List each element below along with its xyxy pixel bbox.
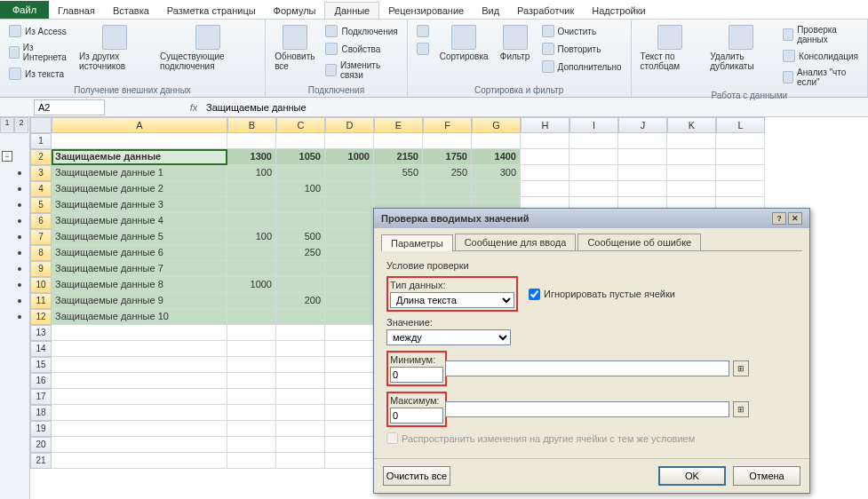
name-box[interactable] — [34, 99, 105, 115]
from-access-button[interactable]: Из Access — [5, 23, 72, 39]
cell[interactable]: Защищаемые данные 1 — [52, 165, 227, 181]
cell[interactable]: Защищаемые данные 9 — [52, 293, 227, 309]
cell[interactable]: 250 — [276, 245, 325, 261]
tab-formulas[interactable]: Формулы — [265, 3, 325, 19]
cell[interactable]: 1000 — [227, 277, 276, 293]
cell[interactable]: Защищаемые данные 4 — [52, 213, 227, 229]
cell[interactable] — [52, 341, 227, 357]
fx-icon[interactable]: fx — [185, 102, 203, 113]
row-header[interactable]: 4 — [30, 181, 52, 197]
col-header-G[interactable]: G — [472, 117, 521, 133]
max-input[interactable] — [390, 408, 443, 424]
cell[interactable]: 100 — [227, 165, 276, 181]
col-header-A[interactable]: A — [52, 117, 227, 133]
cell[interactable]: 100 — [276, 181, 325, 197]
tab-insert[interactable]: Вставка — [104, 3, 158, 19]
row-header[interactable]: 16 — [30, 373, 52, 389]
ok-button[interactable]: OK — [658, 466, 726, 486]
cell[interactable] — [227, 421, 276, 437]
text-to-columns-button[interactable]: Текст по столбцам — [637, 23, 704, 73]
tab-params[interactable]: Параметры — [381, 234, 453, 251]
cell[interactable] — [569, 181, 618, 197]
sort-button[interactable]: Сортировка — [436, 23, 492, 63]
cell[interactable] — [325, 165, 374, 181]
cell[interactable] — [618, 165, 667, 181]
cell[interactable] — [374, 181, 423, 197]
cell[interactable] — [227, 181, 276, 197]
cell[interactable] — [276, 213, 325, 229]
cell[interactable] — [276, 309, 325, 325]
cell[interactable] — [227, 293, 276, 309]
cell[interactable] — [227, 325, 276, 341]
row-header[interactable]: 18 — [30, 405, 52, 421]
cell[interactable] — [325, 133, 374, 149]
cell[interactable]: 300 — [472, 165, 521, 181]
cell[interactable] — [276, 165, 325, 181]
cell[interactable] — [276, 277, 325, 293]
cell[interactable] — [227, 437, 276, 453]
col-header-L[interactable]: L — [716, 117, 765, 133]
cell[interactable] — [276, 341, 325, 357]
cell[interactable] — [716, 149, 765, 165]
cell[interactable] — [52, 437, 227, 453]
cell[interactable]: Защищаемые данные 6 — [52, 245, 227, 261]
col-header-E[interactable]: E — [374, 117, 423, 133]
select-all-corner[interactable] — [30, 117, 52, 133]
cell[interactable] — [472, 181, 521, 197]
data-validation-button[interactable]: Проверка данных — [779, 23, 862, 46]
row-header[interactable]: 10 — [30, 277, 52, 293]
formula-input[interactable] — [203, 99, 868, 115]
cell[interactable] — [276, 421, 325, 437]
dialog-titlebar[interactable]: Проверка вводимых значений ? ✕ — [374, 209, 809, 228]
cell[interactable] — [325, 325, 374, 341]
cell[interactable] — [52, 405, 227, 421]
cell[interactable] — [276, 405, 325, 421]
cell[interactable] — [227, 373, 276, 389]
cell[interactable]: Защищаемые данные 5 — [52, 229, 227, 245]
advanced-filter-button[interactable]: Дополнительно — [538, 59, 625, 75]
cell[interactable] — [521, 133, 569, 149]
cell[interactable] — [716, 181, 765, 197]
cell[interactable] — [52, 421, 227, 437]
edit-links-button[interactable]: Изменить связи — [322, 59, 401, 82]
cell[interactable]: Защищаемые данные 8 — [52, 277, 227, 293]
cell[interactable] — [52, 357, 227, 373]
tab-inputmsg[interactable]: Сообщение для ввода — [455, 234, 577, 250]
max-input-ext[interactable] — [445, 401, 729, 417]
cell[interactable] — [52, 389, 227, 405]
connections-button[interactable]: Подключения — [322, 23, 401, 39]
cell[interactable] — [618, 149, 667, 165]
cell[interactable]: Защищаемые данные — [52, 149, 227, 165]
from-other-button[interactable]: Из других источников — [76, 23, 153, 73]
clear-filter-button[interactable]: Очистить — [538, 23, 625, 39]
cell[interactable] — [569, 165, 618, 181]
cell[interactable] — [521, 165, 569, 181]
cell[interactable] — [716, 133, 765, 149]
col-header-J[interactable]: J — [618, 117, 667, 133]
existing-conn-button[interactable]: Существующие подключения — [156, 23, 259, 73]
cell[interactable]: Защищаемые данные 2 — [52, 181, 227, 197]
cell[interactable] — [667, 149, 716, 165]
cell[interactable] — [227, 389, 276, 405]
cell[interactable] — [472, 133, 521, 149]
remove-dup-button[interactable]: Удалить дубликаты — [706, 23, 776, 73]
cell[interactable] — [521, 149, 569, 165]
cell[interactable] — [325, 341, 374, 357]
cell[interactable] — [374, 133, 423, 149]
cell[interactable] — [325, 453, 374, 469]
data-select[interactable]: между — [386, 329, 511, 345]
cell[interactable] — [52, 373, 227, 389]
cell[interactable] — [276, 261, 325, 277]
close-button[interactable]: ✕ — [788, 212, 802, 225]
cell[interactable] — [325, 405, 374, 421]
col-header-B[interactable]: B — [227, 117, 276, 133]
from-text-button[interactable]: Из текста — [5, 66, 72, 82]
cell[interactable] — [227, 357, 276, 373]
cell[interactable] — [667, 181, 716, 197]
col-header-C[interactable]: C — [276, 117, 325, 133]
cell[interactable] — [325, 421, 374, 437]
refresh-all-button[interactable]: Обновить все — [271, 23, 318, 73]
outline-column[interactable]: 1 2 − — [0, 117, 30, 499]
cell[interactable] — [227, 133, 276, 149]
ignore-blank-checkbox[interactable] — [529, 289, 540, 300]
